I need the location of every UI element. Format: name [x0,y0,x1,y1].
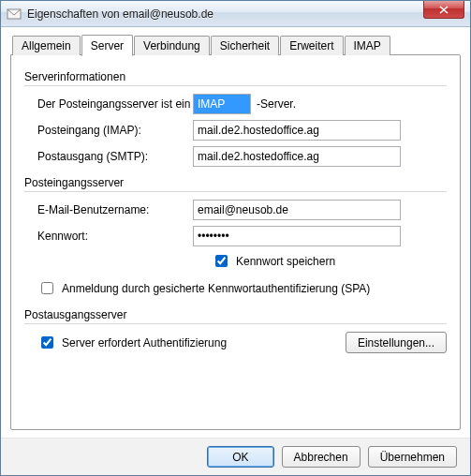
close-button[interactable] [423,1,464,19]
smtp-auth-checkbox[interactable] [41,336,53,349]
incoming-type-label: Der Posteingangsserver ist ein [24,97,193,111]
divider [24,85,447,86]
window-icon [7,7,22,22]
window-title: Eigenschaften von email@neusob.de [27,7,468,21]
incoming-type-suffix: -Server. [257,97,296,111]
tab-server[interactable]: Server [81,35,133,56]
divider [24,323,447,324]
cancel-button[interactable]: Abbrechen [282,446,361,468]
group-outgoing: Postausgangsserver [24,308,447,321]
incoming-server-field[interactable] [193,120,401,141]
smtp-auth-label[interactable]: Server erfordert Authentifizierung [62,336,227,350]
spa-label[interactable]: Anmeldung durch gesicherte Kennwortauthe… [62,282,370,295]
incoming-type-field[interactable] [193,94,251,114]
dialog-footer: OK Abbrechen Übernehmen [1,438,470,475]
username-field[interactable] [193,200,401,220]
username-label: E-Mail-Benutzername: [24,203,193,216]
tab-advanced[interactable]: Erweitert [280,36,343,55]
tab-strip: Allgemein Server Verbindung Sicherheit E… [10,35,461,55]
settings-button[interactable]: Einstellungen... [346,332,447,353]
tab-panel-server: Serverinformationen Der Posteingangsserv… [10,54,461,430]
tab-connection[interactable]: Verbindung [134,36,210,55]
outgoing-server-label: Postausgang (SMTP): [24,150,193,163]
ok-button[interactable]: OK [207,446,273,468]
tab-security[interactable]: Sicherheit [211,36,279,55]
remember-password-checkbox[interactable] [215,255,228,267]
outgoing-server-field[interactable] [193,146,401,167]
tab-imap[interactable]: IMAP [345,36,390,55]
client-area: Allgemein Server Verbindung Sicherheit E… [1,27,470,438]
password-label: Kennwort: [24,230,193,243]
password-field[interactable] [193,226,401,246]
apply-button[interactable]: Übernehmen [368,446,457,468]
remember-password-label[interactable]: Kennwort speichern [236,255,335,268]
divider [24,191,447,192]
tab-general[interactable]: Allgemein [12,36,81,55]
incoming-server-label: Posteingang (IMAP): [24,124,193,137]
group-incoming: Posteingangsserver [24,176,447,189]
spa-checkbox[interactable] [41,282,53,294]
titlebar[interactable]: Eigenschaften von email@neusob.de [1,1,470,27]
properties-dialog: Eigenschaften von email@neusob.de Allgem… [0,0,471,476]
group-server-info: Serverinformationen [24,70,447,83]
